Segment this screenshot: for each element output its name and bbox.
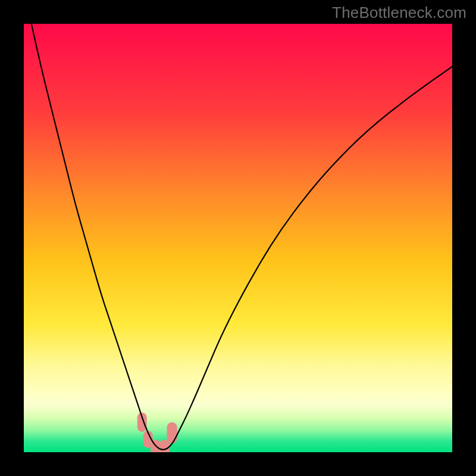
curve-marker [167,422,177,444]
curve-marker [159,440,170,452]
plot-area [24,24,452,452]
marker-group [137,412,177,452]
watermark-text: TheBottleneck.com [332,4,466,22]
curve-layer [24,24,452,452]
bottleneck-curve [24,24,452,450]
chart-frame: TheBottleneck.com [0,0,476,476]
